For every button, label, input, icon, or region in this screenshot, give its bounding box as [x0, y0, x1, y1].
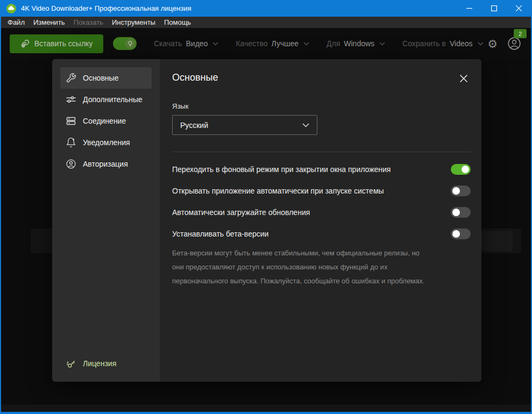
platform-label: Для [327, 39, 340, 48]
sidebar-item-label: Соединение [83, 117, 126, 125]
sidebar-item-notifications[interactable]: Уведомления [60, 132, 152, 153]
platform-dropdown[interactable]: Для Windows [327, 39, 385, 48]
panel-title: Основные [172, 72, 218, 83]
toolbar: Вставить ссылку Скачать Видео Качество Л… [1, 28, 531, 59]
title-bar: 4K Video Downloader+ Профессиональная ли… [1, 0, 531, 17]
menu-help[interactable]: Помощь [160, 17, 195, 28]
settings-panel: Основные Язык Русский Переходить в фонов… [160, 59, 481, 382]
setting-row-auto-updates: Автоматически загружайте обновления [172, 202, 471, 223]
menu-file[interactable]: Файл [3, 17, 29, 28]
auto-updates-toggle[interactable] [451, 207, 471, 218]
background-mode-toggle[interactable] [451, 164, 471, 175]
platform-value: Windows [344, 39, 374, 48]
language-label: Язык [172, 102, 188, 110]
chevron-down-icon [302, 123, 309, 127]
license-key-icon [66, 358, 76, 369]
chevron-down-icon [212, 42, 218, 46]
sidebar-item-label: Дополнительные [83, 95, 143, 104]
paste-link-button[interactable]: Вставить ссылку [10, 34, 103, 53]
menu-edit[interactable]: Изменить [29, 17, 69, 28]
chevron-down-icon [303, 42, 309, 46]
settings-dialog: Основные Дополнительные [52, 59, 481, 382]
setting-label: Переходить в фоновый режим при закрытии … [172, 165, 391, 174]
account-button[interactable]: 2 [507, 37, 521, 51]
sidebar-item-license[interactable]: Лицензия [60, 353, 152, 374]
beta-versions-note: Бета-версии могут быть менее стабильными… [172, 246, 430, 288]
sidebar-item-advanced[interactable]: Дополнительные [60, 89, 152, 110]
setting-label: Устанавливать бета-версии [172, 230, 268, 238]
sidebar-item-connection[interactable]: Соединение [60, 110, 152, 132]
chevron-down-icon [379, 42, 385, 46]
sidebar-item-authorization[interactable]: Авторизация [60, 153, 152, 175]
setting-row-background-mode: Переходить в фоновый режим при закрытии … [172, 159, 471, 180]
minimize-button[interactable] [457, 0, 481, 17]
language-select[interactable]: Русский [172, 115, 317, 135]
lightbulb-icon [125, 38, 136, 49]
notification-badge: 2 [514, 29, 527, 38]
chevron-down-icon [478, 42, 484, 46]
beta-versions-toggle[interactable] [451, 229, 471, 239]
quality-dropdown[interactable]: Качество Лучшее [236, 39, 309, 48]
status-bar [1, 404, 531, 412]
sliders-icon [66, 94, 76, 105]
window-title: 4K Video Downloader+ Профессиональная ли… [21, 4, 191, 12]
menu-tools[interactable]: Инструменты [108, 17, 160, 28]
settings-gear-icon[interactable]: ⚙ [487, 38, 498, 49]
sidebar-item-label: Уведомления [83, 138, 130, 147]
close-window-button[interactable] [506, 0, 531, 17]
link-plus-icon [20, 39, 30, 48]
download-type-dropdown[interactable]: Скачать Видео [154, 39, 218, 48]
maximize-button[interactable] [481, 0, 506, 17]
save-to-value: Videos [450, 39, 473, 48]
setting-row-autostart: Открывать приложение автоматически при з… [172, 180, 471, 202]
language-value: Русский [180, 121, 208, 130]
app-window: 4K Video Downloader+ Профессиональная ли… [0, 0, 532, 414]
menu-bar: Файл Изменить Показать Инструменты Помощ… [1, 17, 531, 28]
server-icon [66, 116, 76, 126]
save-to-label: Сохранить в [402, 39, 446, 48]
autostart-toggle[interactable] [451, 185, 471, 196]
paste-link-label: Вставить ссылку [34, 39, 93, 48]
download-type-value: Видео [186, 39, 208, 48]
window-bottom-border [1, 412, 531, 414]
menu-view[interactable]: Показать [69, 17, 108, 28]
bell-icon [66, 137, 76, 148]
person-circle-icon [66, 159, 76, 169]
sidebar-item-label: Авторизация [83, 160, 128, 168]
settings-sidebar: Основные Дополнительные [52, 59, 160, 382]
sidebar-item-label: Основные [83, 74, 118, 82]
download-type-label: Скачать [154, 39, 182, 48]
quality-label: Качество [236, 39, 267, 48]
wrench-icon [66, 73, 76, 83]
quality-value: Лучшее [272, 39, 299, 48]
app-logo-icon [6, 3, 17, 14]
sidebar-item-general[interactable]: Основные [60, 67, 152, 89]
license-label: Лицензия [83, 359, 116, 368]
setting-label: Автоматически загружайте обновления [172, 208, 310, 217]
save-to-dropdown[interactable]: Сохранить в Videos [402, 39, 483, 48]
toggle-settings-list: Переходить в фоновый режим при закрытии … [172, 159, 471, 245]
section-divider [172, 152, 471, 152]
smart-mode-toggle[interactable] [113, 37, 137, 50]
setting-label: Открывать приложение автоматически при з… [172, 187, 384, 195]
close-dialog-button[interactable] [459, 74, 469, 83]
account-icon [507, 37, 521, 51]
setting-row-beta-versions: Устанавливать бета-версии [172, 223, 471, 245]
